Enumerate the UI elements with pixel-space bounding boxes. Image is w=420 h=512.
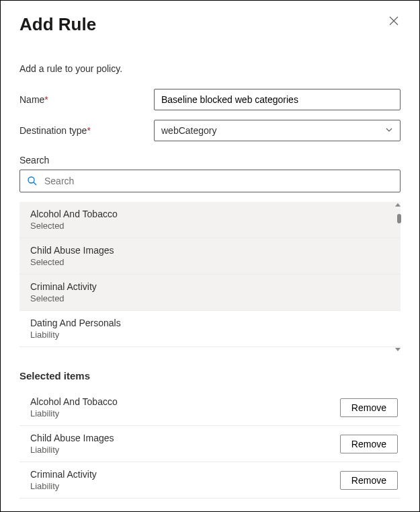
results-container: Alcohol And Tobacco Selected Child Abuse… — [19, 202, 401, 353]
remove-button[interactable]: Remove — [340, 435, 398, 453]
result-sub: Selected — [30, 221, 390, 231]
selected-item-text: Child Abuse Images Liability — [30, 433, 114, 455]
required-marker: * — [44, 94, 48, 105]
selected-item-sub: Liability — [30, 481, 97, 491]
selected-item-text: Alcohol And Tobacco Liability — [30, 396, 118, 418]
panel-subtitle: Add a rule to your policy. — [19, 63, 401, 74]
selected-item-name: Child Abuse Images — [30, 433, 114, 443]
result-item[interactable]: Dating And Personals Liability — [19, 311, 401, 347]
selected-item-sub: Liability — [30, 408, 118, 418]
result-sub: Liability — [30, 330, 390, 340]
selected-item-name: Criminal Activity — [30, 469, 97, 480]
close-icon — [388, 15, 399, 26]
remove-button[interactable]: Remove — [340, 471, 398, 490]
scrollbar[interactable] — [394, 202, 402, 353]
search-input[interactable] — [44, 176, 393, 186]
selected-item: Criminal Activity Liability Remove — [19, 462, 401, 499]
result-item[interactable]: Child Abuse Images Selected — [19, 238, 401, 275]
panel-title: Add Rule — [19, 14, 96, 35]
selected-item: Alcohol And Tobacco Liability Remove — [19, 390, 401, 426]
panel-header: Add Rule — [19, 14, 401, 35]
destination-select-value: webCategory — [161, 125, 217, 136]
scroll-down-icon — [394, 346, 401, 353]
selected-items-heading: Selected items — [19, 370, 401, 381]
destination-label-text: Destination type — [19, 125, 87, 136]
scroll-up-icon — [394, 202, 401, 209]
result-name: Child Abuse Images — [30, 245, 390, 256]
name-label-text: Name — [19, 94, 44, 105]
form-row-name: Name* — [19, 89, 401, 110]
selected-item-name: Alcohol And Tobacco — [30, 396, 118, 407]
results-list[interactable]: Alcohol And Tobacco Selected Child Abuse… — [19, 202, 401, 353]
result-name: Dating And Personals — [30, 318, 390, 328]
selected-item: Child Abuse Images Liability Remove — [19, 426, 401, 462]
remove-button[interactable]: Remove — [340, 398, 398, 417]
result-item[interactable]: Criminal Activity Selected — [19, 275, 401, 311]
destination-select[interactable]: webCategory — [154, 120, 401, 141]
result-sub: Selected — [30, 257, 390, 267]
search-icon — [27, 176, 38, 186]
chevron-down-icon — [385, 125, 393, 136]
close-button[interactable] — [387, 14, 401, 28]
add-rule-panel: Add Rule Add a rule to your policy. Name… — [0, 0, 420, 512]
selected-item-text: Criminal Activity Liability — [30, 469, 97, 491]
search-label: Search — [19, 155, 401, 166]
name-label: Name* — [19, 94, 154, 105]
result-item[interactable]: Alcohol And Tobacco Selected — [19, 202, 401, 238]
result-name: Criminal Activity — [30, 281, 390, 292]
search-box[interactable] — [19, 170, 401, 192]
result-sub: Selected — [30, 293, 390, 303]
name-input[interactable] — [154, 89, 401, 110]
required-marker: * — [87, 125, 90, 136]
form-row-destination: Destination type* webCategory — [19, 120, 401, 141]
result-name: Alcohol And Tobacco — [30, 209, 390, 219]
selected-item-sub: Liability — [30, 445, 114, 455]
scrollbar-thumb[interactable] — [397, 214, 401, 223]
destination-label: Destination type* — [19, 125, 154, 136]
svg-point-0 — [28, 177, 34, 183]
